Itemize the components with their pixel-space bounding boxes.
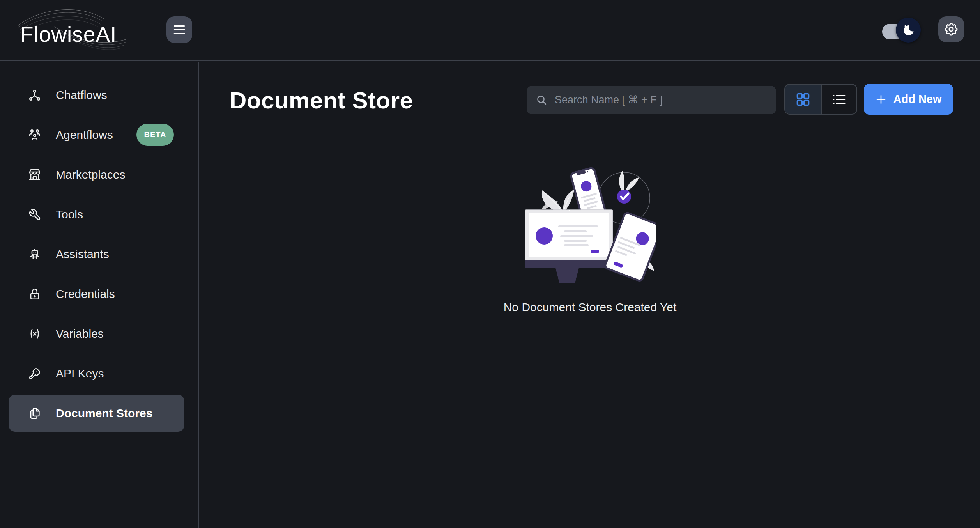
sidebar-item-document-stores[interactable]: Document Stores [9,395,184,432]
sidebar-item-label: Credentials [56,287,115,301]
hierarchy-icon [28,89,41,102]
sidebar-toggle-button[interactable] [166,16,192,43]
hamburger-menu-icon [172,22,187,37]
main-content: Document Store [200,62,980,528]
app-header: FlowiseAI [0,0,980,61]
sidebar-item-label: Agentflows [56,128,113,142]
plus-icon [875,94,887,105]
moon-icon [901,23,916,37]
flowise-logo[interactable]: FlowiseAI [13,3,142,54]
sidebar-item-api-keys[interactable]: API Keys [9,355,184,392]
sidebar-item-assistants[interactable]: Assistants [9,236,184,273]
toggle-thumb [896,18,921,43]
sidebar-item-credentials[interactable]: Credentials [9,275,184,312]
gear-icon [943,21,959,37]
list-view-icon [831,92,846,107]
empty-state-message: No Document Stores Created Yet [200,301,980,314]
sidebar-item-label: Assistants [56,248,109,261]
sidebar-item-marketplaces[interactable]: Marketplaces [9,156,184,193]
search-icon [536,94,548,106]
app-window: FlowiseAI [0,0,980,528]
sidebar-item-chatflows[interactable]: Chatflows [9,76,184,113]
settings-button[interactable] [938,16,964,42]
list-view-button[interactable] [821,85,857,114]
lock-icon [28,287,41,301]
sidebar-item-label: Document Stores [56,407,152,420]
sidebar-item-variables[interactable]: Variables [9,315,184,352]
theme-toggle-switch[interactable] [880,17,923,43]
add-new-label: Add New [893,93,941,106]
store-icon [28,168,41,181]
robot-icon [28,248,41,261]
sidebar-item-label: Chatflows [56,89,107,102]
empty-state-illustration [524,166,656,289]
sidebar-item-agentflows[interactable]: Agentflows BETA [9,116,184,153]
users-group-icon [28,128,41,142]
check-badge [617,190,631,204]
sidebar-item-label: API Keys [56,367,104,380]
sidebar-item-label: Tools [56,208,83,221]
sidebar-item-tools[interactable]: Tools [9,196,184,233]
sidebar-item-label: Variables [56,327,104,340]
variable-icon [28,327,41,340]
search-box [527,86,776,114]
page-title: Document Store [230,83,413,119]
files-icon [28,407,41,420]
search-input[interactable] [555,94,765,106]
wrench-icon [28,208,41,221]
sidebar-item-label: Marketplaces [56,168,125,181]
add-new-button[interactable]: Add New [864,84,953,115]
key-icon [28,367,41,380]
logo-text: FlowiseAI [20,22,117,47]
view-mode-toggle [784,84,857,115]
grid-view-icon [796,92,810,107]
beta-badge: BETA [136,124,174,146]
sidebar-nav: Chatflows Agentflows BETA [0,62,199,528]
grid-view-button[interactable] [785,85,821,114]
